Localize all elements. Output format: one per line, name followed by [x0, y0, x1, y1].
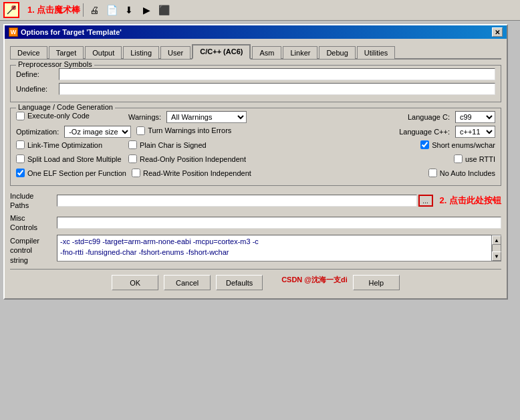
compiler-label: Compiler control string	[10, 235, 57, 265]
define-row: Define:	[16, 68, 495, 80]
tab-debug[interactable]: Debug	[319, 46, 355, 59]
one-elf-check[interactable]: One ELF Section per Function	[16, 169, 126, 177]
stop-button[interactable]: ⬛	[156, 2, 172, 18]
short-enums-checkbox[interactable]	[420, 140, 429, 149]
plain-char-label: Plain Char is Signed	[140, 141, 207, 149]
options-dialog: W Options for Target 'Template' ✕ Device…	[3, 24, 508, 300]
tab-user[interactable]: User	[160, 46, 190, 59]
toolbar: 1. 点击魔术棒 🖨 📄 ⬇ ▶ ⬛	[0, 0, 520, 21]
include-paths-row: Include Paths ... 2. 点击此处按钮	[10, 191, 501, 211]
include-paths-input[interactable]	[57, 195, 417, 207]
optimization-select[interactable]: -Oz image size -O0 -O1 -O2 -O3	[64, 126, 131, 138]
bottom-bar: OK Cancel Defaults CSDN @沈海一支di Help	[10, 269, 501, 294]
close-button[interactable]: ✕	[492, 27, 503, 37]
language-group: Language / Code Generation Execute-only …	[10, 108, 501, 186]
turn-warnings-checkbox[interactable]	[136, 126, 145, 135]
lang-c-label: Language C:	[408, 113, 450, 121]
scroll-down-arrow[interactable]: ▼	[492, 251, 501, 261]
undefine-label: Undefine:	[16, 85, 56, 93]
readonly-pos-check[interactable]: Read-Only Position Independent	[128, 154, 448, 163]
turn-warnings-label: Turn Warnings into Errors	[148, 126, 231, 134]
compiler-string: -xc -std=c99 -target=arm-arm-none-eabi -…	[57, 235, 492, 261]
include-paths-label: Include Paths	[10, 191, 57, 211]
link-time-checkbox[interactable]	[16, 140, 25, 149]
warnings-select[interactable]: All Warnings No Warnings	[166, 111, 247, 123]
misc-controls-wrap	[57, 217, 501, 229]
title-left: W Options for Target 'Template'	[9, 27, 122, 37]
rebuild-button[interactable]: 📄	[104, 2, 120, 18]
tab-cpp[interactable]: C/C++ (AC6)	[192, 44, 251, 60]
define-label: Define:	[16, 70, 56, 78]
readonly-pos-checkbox[interactable]	[128, 154, 137, 163]
tab-output[interactable]: Output	[85, 46, 122, 59]
tab-listing[interactable]: Listing	[123, 46, 159, 59]
download-button[interactable]: ⬇	[121, 2, 137, 18]
tab-bar: Device Target Output Listing User C/C++ …	[10, 43, 501, 60]
readwrite-pos-label: Read-Write Position Independent	[143, 169, 251, 177]
one-elf-label: One ELF Section per Function	[27, 169, 126, 177]
debug-button[interactable]: ▶	[138, 2, 154, 18]
misc-controls-input[interactable]	[57, 217, 501, 229]
tab-asm[interactable]: Asm	[252, 46, 281, 59]
no-auto-label: No Auto Includes	[440, 169, 495, 177]
help-button[interactable]: Help	[353, 275, 400, 290]
dialog-overlay: W Options for Target 'Template' ✕ Device…	[3, 24, 517, 300]
tab-device[interactable]: Device	[10, 46, 47, 59]
misc-controls-row: Misc Controls	[10, 213, 501, 233]
readwrite-pos-checkbox[interactable]	[132, 169, 140, 177]
annotation2-label: 2. 点击此处按钮	[440, 195, 501, 207]
plain-char-checkbox[interactable]	[128, 140, 137, 149]
dialog-title: Options for Target 'Template'	[21, 28, 122, 36]
lang-c-select[interactable]: c99 c90 c11	[455, 111, 495, 123]
browse-button[interactable]: ...	[418, 195, 433, 207]
dialog-titlebar: W Options for Target 'Template' ✕	[5, 25, 507, 39]
undefine-input[interactable]	[59, 83, 495, 95]
scrollbar-vertical[interactable]: ▲ ▼	[492, 235, 501, 261]
warnings-label: Warnings:	[128, 113, 161, 121]
one-elf-checkbox[interactable]	[16, 169, 25, 177]
scroll-up-arrow[interactable]: ▲	[492, 235, 501, 245]
include-paths-wrap: ... 2. 点击此处按钮	[57, 195, 501, 207]
short-enums-check[interactable]: Short enums/wchar	[420, 140, 495, 149]
compiler-row: Compiler control string -xc -std=c99 -ta…	[10, 235, 501, 265]
ok-button[interactable]: OK	[112, 275, 158, 290]
no-auto-check[interactable]: No Auto Includes	[428, 169, 495, 177]
turn-warnings-check[interactable]: Turn Warnings into Errors	[136, 126, 231, 135]
tab-linker[interactable]: Linker	[283, 46, 317, 59]
use-rtti-checkbox[interactable]	[454, 154, 463, 163]
define-input[interactable]	[59, 68, 495, 80]
preprocessor-group: Preprocessor Symbols Define: Undefine:	[10, 65, 501, 102]
execute-only-check[interactable]: Execute-only Code	[16, 112, 123, 120]
build-button[interactable]: 🖨	[86, 2, 102, 18]
tab-target[interactable]: Target	[49, 46, 84, 59]
tab-utilities[interactable]: Utilities	[357, 46, 395, 59]
compiler-line1: -xc -std=c99 -target=arm-arm-none-eabi -…	[60, 237, 489, 247]
lang-cpp-label: Language C++:	[399, 128, 450, 136]
use-rtti-label: use RTTI	[465, 155, 495, 163]
use-rtti-check[interactable]: use RTTI	[454, 154, 495, 163]
execute-only-label: Execute-only Code	[27, 112, 90, 120]
preprocessor-label: Preprocessor Symbols	[16, 60, 94, 68]
readonly-pos-label: Read-Only Position Independent	[140, 155, 246, 163]
magic-wand-button[interactable]	[3, 2, 19, 18]
compiler-wrap: -xc -std=c99 -target=arm-arm-none-eabi -…	[57, 235, 501, 261]
readwrite-pos-check[interactable]: Read-Write Position Independent	[132, 169, 423, 177]
compiler-line2: -fno-rtti -funsigned-char -fshort-enums …	[60, 247, 489, 257]
short-enums-label: Short enums/wchar	[432, 141, 495, 149]
cancel-button[interactable]: Cancel	[164, 275, 211, 290]
csdn-badge: CSDN @沈海一支di	[281, 275, 348, 290]
defaults-button[interactable]: Defaults	[216, 275, 263, 290]
execute-only-checkbox[interactable]	[16, 112, 25, 120]
split-load-label: Split Load and Store Multiple	[27, 155, 122, 163]
misc-controls-label: Misc Controls	[10, 213, 57, 233]
lang-cpp-select[interactable]: c++11 c++98 c++14	[455, 126, 495, 138]
annotation1-label: 1. 点击魔术棒	[27, 4, 80, 16]
link-time-opt-check[interactable]: Link-Time Optimization	[16, 140, 123, 149]
plain-char-check[interactable]: Plain Char is Signed	[128, 140, 415, 149]
split-load-checkbox[interactable]	[16, 154, 25, 163]
split-load-check[interactable]: Split Load and Store Multiple	[16, 154, 123, 163]
dialog-icon: W	[9, 27, 18, 37]
language-label: Language / Code Generation	[16, 103, 115, 111]
no-auto-checkbox[interactable]	[428, 169, 437, 177]
undefine-row: Undefine:	[16, 83, 495, 95]
